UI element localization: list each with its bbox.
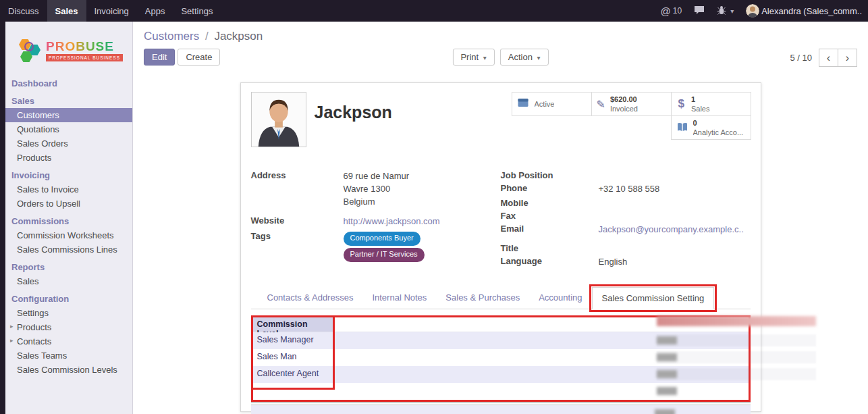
logo-subtitle: PROFESSIONAL BUSINESS — [46, 54, 123, 61]
user-menu[interactable]: Alexandra (Sales_comm.. — [740, 0, 868, 22]
analytic-stat-button[interactable]: 0 Analytic Acco... — [671, 115, 751, 140]
table-row[interactable]: Sales Manager — [253, 332, 749, 349]
create-button[interactable]: Create — [178, 49, 220, 66]
language-label: Language — [501, 256, 599, 269]
table-annotation-box: Commission Level Sales Manager Sales Man — [251, 315, 751, 402]
redacted-region — [657, 387, 677, 395]
pager-count: 5 / 10 — [790, 53, 812, 63]
job-position-label: Job Position — [501, 170, 599, 181]
sidebar-item-sales-teams[interactable]: Sales Teams — [5, 348, 132, 363]
sidebar-item-sales-commissions-lines[interactable]: Sales Commissions Lines — [5, 242, 132, 257]
redacted-region — [657, 351, 816, 363]
mention-icon: @ — [661, 5, 671, 17]
sidebar-dark-edge — [0, 22, 5, 414]
analytic-count-value: 0 — [693, 119, 697, 127]
tag-partner-it-services: Partner / IT Services — [344, 248, 425, 262]
breadcrumb-current: Jackpson — [214, 30, 263, 43]
menu-invoicing[interactable]: Invoicing — [86, 0, 137, 22]
title-label: Title — [501, 243, 599, 254]
sidebar-item-config-contacts[interactable]: ▸ Contacts — [5, 334, 132, 348]
tag-components-buyer: Components Buyer — [344, 232, 421, 246]
address-label: Address — [251, 170, 344, 209]
chat-bubble-icon — [694, 5, 705, 17]
sidebar: PROBUSE PROFESSIONAL BUSINESS Dashboard … — [0, 22, 133, 414]
sidebar-header-sales[interactable]: Sales — [5, 94, 132, 108]
active-label: Active — [535, 99, 555, 109]
sidebar-header-dashboard[interactable]: Dashboard — [5, 76, 132, 90]
table-row[interactable] — [253, 383, 749, 400]
action-label: Action — [508, 52, 533, 62]
chevron-down-icon: ▾ — [730, 7, 734, 15]
tags-value: Components Buyer Partner / IT Services — [344, 231, 427, 263]
tab-internal-notes[interactable]: Internal Notes — [362, 287, 436, 309]
redacted-region — [657, 368, 816, 380]
sidebar-item-config-products[interactable]: ▸ Products — [5, 320, 132, 334]
tags-label: Tags — [251, 231, 344, 263]
action-dropdown-button[interactable]: Action ▾ — [500, 49, 549, 66]
sidebar-item-settings[interactable]: Settings — [5, 306, 132, 320]
sidebar-item-customers[interactable]: Customers — [5, 108, 132, 122]
phone-label: Phone — [501, 183, 599, 196]
left-field-column: Address 69 rue de Namur Wavre 1300 Belgi… — [251, 170, 501, 271]
pager-previous-button[interactable]: ‹ — [819, 49, 838, 67]
tab-sales-purchases[interactable]: Sales & Purchases — [436, 287, 529, 309]
sidebar-header-commissions[interactable]: Commissions — [5, 214, 132, 228]
user-avatar — [746, 4, 759, 18]
menu-sales[interactable]: Sales — [47, 0, 86, 22]
redacted-region — [657, 334, 816, 346]
menu-discuss[interactable]: Discuss — [0, 0, 47, 22]
invoiced-value: $620.00 — [610, 95, 637, 103]
tab-contacts-addresses[interactable]: Contacts & Addresses — [258, 287, 363, 309]
sidebar-item-commission-worksheets[interactable]: Commission Worksheets — [5, 228, 132, 242]
commission-table: Commission Level Sales Manager Sales Man — [251, 315, 751, 414]
pager-next-button[interactable]: › — [838, 49, 857, 67]
main-panel: Customers / Jackpson Edit Create Print ▾… — [133, 22, 868, 414]
sidebar-item-products[interactable]: Products — [5, 151, 132, 165]
right-field-column: Job Position Phone +32 10 588 558 Mobile… — [501, 170, 751, 271]
table-row[interactable]: Sales Man — [253, 349, 749, 366]
notebook-tabs: Contacts & Addresses Internal Notes Sale… — [251, 287, 751, 309]
sidebar-item-reports-sales[interactable]: Sales — [5, 274, 132, 288]
bug-icon — [717, 5, 726, 17]
debug-menu-button[interactable]: ▾ — [711, 0, 740, 22]
table-row[interactable]: Callcenter Agent — [253, 366, 749, 383]
sidebar-item-orders-to-upsell[interactable]: Orders to Upsell — [5, 197, 132, 211]
probuse-logo[interactable]: PROBUSE PROFESSIONAL BUSINESS — [5, 31, 132, 73]
messages-button[interactable] — [688, 0, 711, 22]
pencil-icon: ✎ — [597, 98, 605, 111]
print-dropdown-button[interactable]: Print ▾ — [452, 49, 494, 66]
tab-sales-commission-setting[interactable]: Sales Commission Setting — [592, 287, 715, 309]
website-link[interactable]: http://www.jackpson.com — [344, 215, 440, 228]
table-row[interactable] — [251, 405, 751, 414]
dollar-icon: $ — [676, 97, 686, 111]
breadcrumb: Customers / Jackpson — [133, 22, 868, 45]
sales-count-label: Sales — [691, 105, 710, 113]
tab-accounting[interactable]: Accounting — [529, 287, 591, 309]
invoiced-stat-button[interactable]: ✎ $620.00 Invoiced — [591, 92, 672, 116]
menu-settings[interactable]: Settings — [173, 0, 221, 22]
expand-arrow-icon: ▸ — [10, 337, 13, 344]
menu-apps[interactable]: Apps — [137, 0, 173, 22]
mention-count-badge: 10 — [673, 6, 682, 16]
sidebar-item-sales-to-invoice[interactable]: Sales to Invoice — [5, 182, 132, 197]
sidebar-item-label: Contacts — [17, 336, 51, 346]
mentions-button[interactable]: @ 10 — [655, 0, 688, 22]
sidebar-item-sales-orders[interactable]: Sales Orders — [5, 136, 132, 151]
expand-arrow-icon: ▸ — [10, 323, 13, 330]
sidebar-item-sales-commission-levels[interactable]: Sales Commission Levels — [5, 363, 132, 377]
sidebar-item-quotations[interactable]: Quotations — [5, 122, 132, 136]
sales-stat-button[interactable]: $ 1 Sales — [671, 92, 751, 116]
sidebar-header-reports[interactable]: Reports — [5, 260, 132, 274]
active-stat-button[interactable]: Active — [512, 92, 592, 116]
commission-level-column-header: Commission Level — [253, 317, 334, 332]
edit-button[interactable]: Edit — [144, 49, 175, 66]
redacted-region — [657, 316, 816, 326]
invoiced-label: Invoiced — [610, 105, 638, 113]
breadcrumb-customers-link[interactable]: Customers — [144, 30, 199, 43]
contact-photo — [251, 92, 306, 147]
sales-count-value: 1 — [691, 95, 695, 103]
sidebar-header-invoicing[interactable]: Invoicing — [5, 168, 132, 182]
sidebar-header-configuration[interactable]: Configuration — [5, 292, 132, 306]
phone-value: +32 10 588 558 — [599, 183, 660, 196]
email-link[interactable]: Jackpson@yourcompany.example.c.. — [599, 224, 744, 236]
